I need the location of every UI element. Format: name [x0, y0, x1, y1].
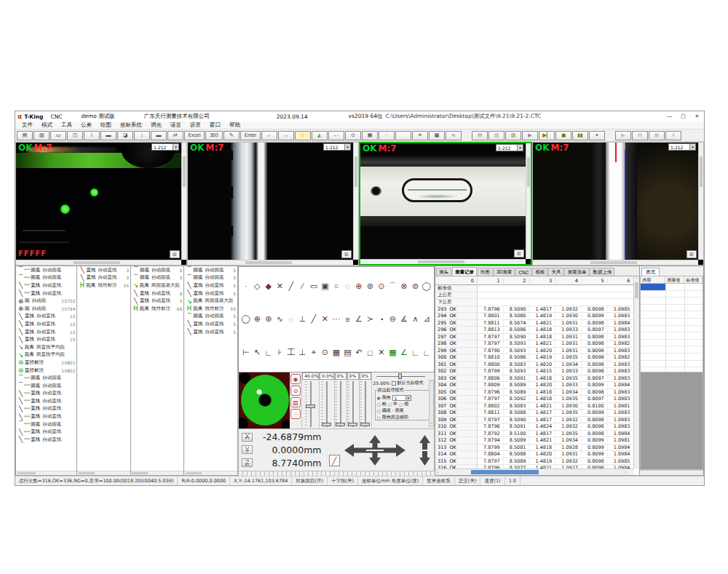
- slider-thumb[interactable]: [360, 423, 370, 426]
- tool-icon[interactable]: □: [365, 347, 375, 358]
- feature-list-item[interactable]: ⌒ 圆弧 自动圆弧 6: [131, 266, 184, 274]
- light-slider[interactable]: [321, 381, 333, 427]
- tool-icon[interactable]: ≡: [342, 314, 352, 324]
- table-tab[interactable]: 测量记录: [452, 267, 477, 276]
- toolbar-button[interactable]: ▤: [632, 131, 648, 140]
- menu-item[interactable]: 坐标系统: [116, 121, 146, 129]
- slider-thumb[interactable]: [348, 423, 357, 426]
- measurement-row[interactable]: 293OK 7.8796 8.5090 1.4817 1.0932 0.8098…: [435, 306, 633, 314]
- measurement-row[interactable]: 305OK 7.8796 8.5089 1.4818 1.0934 0.8098…: [435, 389, 633, 396]
- tool-icon[interactable]: ⊙: [320, 347, 330, 358]
- checkbox[interactable]: [392, 381, 396, 386]
- radio-selected-icon[interactable]: ◉: [377, 395, 381, 400]
- measurement-row[interactable]: 295OK 7.8811 8.5074 1.4821 1.0931 0.8098…: [435, 320, 633, 327]
- light-mode-icon[interactable]: ⊙: [290, 386, 301, 396]
- menu-item[interactable]: 窗口: [206, 121, 224, 129]
- feature-list-item[interactable]: ⊕ 圆 自动圆 15702: [16, 297, 76, 305]
- menu-item[interactable]: 工具: [58, 121, 76, 129]
- toolbar-button[interactable]: ▨: [505, 131, 521, 140]
- tool-icon[interactable]: ⊕: [252, 314, 262, 324]
- element-hscrollbar[interactable]: [640, 470, 703, 475]
- light-mode-icon[interactable]: ◉: [290, 374, 301, 384]
- toolbar-button[interactable]: Enter: [240, 131, 261, 140]
- feature-list-item[interactable]: ↘ 距离 两圆弧最大距: [184, 297, 237, 305]
- feature-list-item[interactable]: ╲ 直线 自动直线 5: [184, 282, 237, 290]
- menu-item[interactable]: 设置: [186, 121, 205, 129]
- measurement-row[interactable]: 306OK 7.8797 8.5092 1.4818 1.0935 0.8097…: [435, 396, 633, 403]
- feature-list-item[interactable]: ╲ *** 直线 自动直线: [16, 282, 76, 290]
- tool-icon[interactable]: ∿: [274, 314, 285, 324]
- tool-icon[interactable]: ⊿: [422, 314, 432, 324]
- feature-list-item[interactable]: ╲ 直线 自动直线 15: [16, 335, 76, 343]
- camera-vscrollbar[interactable]: [698, 143, 703, 260]
- tool-icon[interactable]: ⌒: [387, 281, 397, 292]
- tool-icon[interactable]: ▭: [309, 281, 319, 292]
- table-tab[interactable]: 测量清单: [564, 268, 589, 276]
- tool-icon[interactable]: ∟: [422, 347, 432, 358]
- element-tab[interactable]: 图元: [641, 268, 660, 276]
- minimize-button[interactable]: —: [665, 113, 674, 121]
- feature-list-item[interactable]: ╲ *** 直线 自动直线: [16, 290, 76, 298]
- tool-icon[interactable]: ▦: [331, 347, 341, 358]
- feature-list-item[interactable]: ↘ 距离 两圆弧最大距: [131, 282, 184, 290]
- chevron-down-icon[interactable]: ▾: [173, 144, 178, 150]
- chevron-down-icon[interactable]: ▾: [405, 396, 411, 400]
- menu-item[interactable]: 公差: [77, 121, 95, 129]
- tool-icon[interactable]: ≻: [365, 314, 375, 324]
- light-slider[interactable]: [347, 381, 359, 427]
- menu-item[interactable]: 绘图: [97, 121, 115, 129]
- tool-icon[interactable]: ⊥: [297, 314, 307, 324]
- slider-thumb[interactable]: [306, 404, 315, 408]
- feature-list-item[interactable]: ⌒ 圆弧 自动圆弧 5: [184, 313, 237, 321]
- camera-view-1[interactable]: FFFFF OKM:7 1-212▾ ⊞: [15, 142, 187, 266]
- table-tab[interactable]: 数据上传: [590, 268, 614, 276]
- toolbar-button[interactable]: ▨: [33, 131, 50, 140]
- ring-light-indicator[interactable]: [239, 372, 290, 428]
- xy-jog-arrows[interactable]: [344, 435, 405, 466]
- tool-icon[interactable]: ∟: [264, 347, 274, 358]
- measurement-row[interactable]: 302OK 7.8799 8.5093 1.4815 1.0933 0.8098…: [435, 368, 633, 375]
- toolbar-button[interactable]: ◭: [312, 131, 328, 140]
- feature-list-item[interactable]: ╲ 直线 自动直线 5: [184, 320, 237, 328]
- toolbar-button[interactable]: ▤: [17, 131, 33, 140]
- tool-icon[interactable]: ⊙: [376, 281, 387, 292]
- measurement-row[interactable]: 310OK 7.8796 8.5091 1.4824 1.0932 0.8098…: [435, 423, 633, 431]
- close-button[interactable]: ✕: [692, 113, 702, 121]
- measurement-row[interactable]: 307OK 7.8802 8.5083 1.4821 1.0930 0.8100…: [435, 403, 633, 410]
- measurement-row[interactable]: 313OK 7.8799 8.5081 1.4818 1.0928 0.8099…: [435, 445, 633, 452]
- feature-list-item[interactable]: ⊕ 圆 自动圆 15794: [16, 305, 76, 313]
- tool-icon[interactable]: ▣: [320, 281, 330, 292]
- feature-list-item[interactable]: ╲ 直线 自动直线 3: [77, 274, 130, 282]
- toolbar-button[interactable]: ←: [261, 131, 277, 140]
- tool-icon[interactable]: ⊛: [365, 281, 375, 292]
- stage-icon[interactable]: ⊞: [514, 250, 524, 258]
- light-mode-icon[interactable]: ◌: [290, 409, 301, 419]
- feature-list-item[interactable]: ╲ 直线 自动直线 3: [77, 266, 130, 274]
- feature-list-item[interactable]: ╲ 直线 自动直线 5: [131, 297, 184, 305]
- feature-list-item[interactable]: ⌒ 圆弧 自动圆弧 5: [184, 266, 237, 274]
- toolbar-button[interactable]: ↕: [134, 131, 150, 140]
- list-hscrollbar[interactable]: [184, 471, 237, 475]
- menu-item[interactable]: 文件: [18, 121, 36, 129]
- color-index-select[interactable]: 1▾: [392, 395, 411, 401]
- tool-icon[interactable]: ◯: [241, 314, 251, 324]
- zoom-select[interactable]: 1-212▾: [496, 144, 523, 151]
- toolbar-button[interactable]: ◌: [379, 131, 395, 140]
- feature-list-item[interactable]: ⌒ *** 圆弧 自动圆弧: [16, 382, 76, 390]
- list-hscrollbar[interactable]: [77, 471, 130, 475]
- feature-list-item[interactable]: H 距离 线性标注 66: [131, 305, 184, 313]
- tool-icon[interactable]: ⋯: [331, 314, 341, 324]
- tool-icon[interactable]: ⊜: [410, 281, 420, 292]
- table-tab[interactable]: 夹具: [548, 268, 563, 276]
- measurement-row[interactable]: 311OK 7.8792 8.5100 1.4817 1.0935 0.8098…: [435, 431, 633, 438]
- measurement-row[interactable]: 315OK 7.8797 8.5089 1.4819 1.0932 0.8098…: [435, 458, 633, 466]
- toolbar-button[interactable]: ▶▏: [539, 131, 555, 140]
- tool-icon[interactable]: ∡: [399, 314, 409, 324]
- tool-icon[interactable]: ↶: [354, 347, 364, 358]
- toolbar-button[interactable]: [395, 131, 411, 140]
- radio-icon[interactable]: ○: [377, 415, 381, 420]
- feature-list-item[interactable]: ⌒ *** 圆弧 自动圆弧: [16, 420, 76, 428]
- toolbar-button[interactable]: ▤: [472, 131, 488, 140]
- tool-icon[interactable]: ·: [241, 281, 251, 292]
- tool-icon[interactable]: ∕: [297, 281, 307, 292]
